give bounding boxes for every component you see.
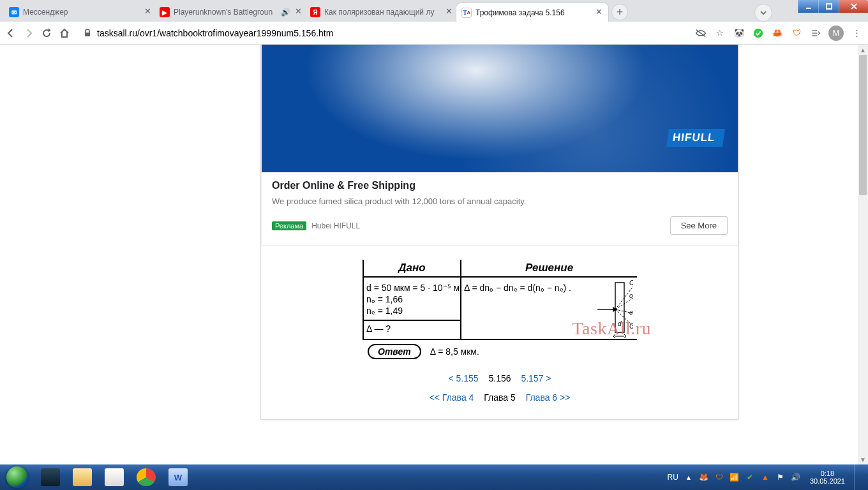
tab-title: Playerunknown's Battlegroun [174, 8, 277, 17]
header-solution: Решение [461, 260, 637, 276]
ad-cta-button[interactable]: See More [670, 216, 728, 235]
vertical-scrollbar[interactable]: ▲ ▼ [858, 45, 868, 464]
tray-up-icon[interactable]: ▴ [684, 472, 694, 482]
youtube-icon: ▶ [160, 7, 170, 17]
browser-tab[interactable]: ▶ Playerunknown's Battlegroun 🔊 ✕ [154, 3, 308, 22]
solution-block: Δ = dnₒ − dnₑ = d(nₒ − nₑ) . O o e O [461, 278, 637, 339]
browser-toolbar: ☆ 🐼 🦀 🛡 M ⋮ [0, 22, 868, 45]
incognito-indicator-icon[interactable] [694, 27, 707, 40]
taskbar-app-steam[interactable] [35, 465, 66, 489]
url-input[interactable] [97, 28, 682, 38]
svg-text:O: O [629, 323, 633, 330]
tray-icon[interactable]: ▲ [760, 472, 770, 482]
taskbar-app-word[interactable]: W [163, 465, 193, 489]
window-maximize-button[interactable] [818, 0, 839, 13]
tray-icon[interactable]: 📶 [730, 472, 740, 482]
language-indicator[interactable]: RU [668, 473, 678, 482]
next-chapter-link[interactable]: Глава 6 >> [526, 392, 571, 403]
header-given: Дано [363, 260, 461, 276]
lock-icon [83, 29, 92, 38]
window-close-button[interactable] [839, 0, 868, 13]
tab-close-button[interactable]: ✕ [143, 8, 152, 17]
scroll-thumb[interactable] [859, 55, 867, 195]
tab-title: Трофимова задача 5.156 [475, 8, 590, 17]
new-tab-button[interactable]: + [611, 4, 628, 20]
browser-tab[interactable]: Я Как поляризован падающий лу ✕ [305, 3, 458, 22]
bookmark-star-icon[interactable]: ☆ [714, 27, 726, 40]
tray-date: 30.05.2021 [810, 477, 845, 485]
next-task-link[interactable]: 5.157 > [521, 373, 551, 383]
tray-icon[interactable]: ✔ [745, 472, 755, 482]
start-button[interactable] [0, 464, 34, 490]
yandex-icon: Я [310, 7, 320, 17]
chapter-pager: << Глава 4 Глава 5 Глава 6 >> [261, 392, 738, 403]
tab-title: Как поляризован падающий лу [324, 8, 440, 17]
browser-tab[interactable]: TA Трофимова задача 5.156 ✕ [456, 3, 609, 22]
svg-text:O: O [629, 279, 633, 286]
svg-point-6 [754, 28, 763, 37]
tray-icon[interactable]: 🦊 [699, 472, 709, 482]
address-bar[interactable] [77, 24, 688, 42]
tab-close-button[interactable]: ✕ [444, 8, 453, 17]
ad-badge: Реклама [272, 221, 306, 230]
extension-icon[interactable] [752, 27, 765, 40]
scroll-up-arrow[interactable]: ▲ [858, 45, 868, 55]
tray-clock[interactable]: 0:18 30.05.2021 [810, 470, 845, 485]
reading-list-icon[interactable] [809, 27, 822, 40]
tray-icon[interactable]: 🛡 [714, 472, 724, 482]
ad-description: We produce fumed silica product with 12,… [272, 197, 728, 206]
prev-task-link[interactable]: < 5.155 [448, 373, 478, 383]
svg-rect-4 [85, 33, 90, 36]
show-desktop-button[interactable] [854, 464, 860, 490]
tray-volume-icon[interactable]: 🔊 [791, 472, 801, 482]
extension-icon[interactable]: 🐼 [733, 27, 745, 40]
tab-title: Мессенджер [23, 8, 139, 17]
profile-avatar[interactable]: M [828, 26, 844, 41]
tab-close-button[interactable]: ✕ [294, 8, 303, 17]
taskbar-app-chrome[interactable] [131, 465, 161, 489]
given-line: d = 50 мкм = 5 · 10⁻⁵ м [366, 283, 456, 293]
svg-rect-1 [827, 4, 832, 9]
content-card: HIFULL Order Online & Free Shipping We p… [260, 45, 739, 420]
svg-text:d: d [618, 320, 622, 327]
ad-block[interactable]: HIFULL Order Online & Free Shipping We p… [261, 45, 738, 246]
forward-button[interactable] [23, 27, 34, 39]
taskbar-app-paint[interactable] [99, 465, 130, 489]
ad-title: Order Online & Free Shipping [272, 180, 728, 191]
messenger-icon: ✉ [9, 7, 19, 17]
page-viewport: HIFULL Order Online & Free Shipping We p… [0, 45, 868, 464]
scroll-down-arrow[interactable]: ▼ [858, 454, 868, 464]
answer-label: Ответ [368, 344, 421, 359]
tab-close-button[interactable]: ✕ [594, 8, 603, 17]
home-button[interactable] [59, 27, 70, 39]
given-line: nₑ = 1,49 [366, 306, 456, 316]
taskbar-app-explorer[interactable] [67, 465, 98, 489]
tray-flag-icon[interactable]: ⚑ [775, 472, 786, 482]
prev-chapter-link[interactable]: << Глава 4 [430, 392, 474, 403]
current-task: 5.156 [488, 373, 511, 383]
reload-button[interactable] [41, 27, 52, 39]
taskbar: W RU ▴ 🦊 🛡 📶 ✔ ▲ ⚑ 🔊 0:18 30.05.2021 [0, 464, 868, 490]
given-line: nₒ = 1,66 [366, 294, 456, 304]
solution-figure: Дано Решение d = 50 мкм = 5 · 10⁻⁵ м nₒ … [363, 260, 637, 360]
current-chapter: Глава 5 [484, 392, 516, 403]
audio-playing-icon[interactable]: 🔊 [281, 8, 290, 17]
extension-icon[interactable]: 🛡 [790, 27, 803, 40]
extension-icon[interactable]: 🦀 [771, 27, 784, 40]
svg-text:o: o [629, 292, 633, 299]
site-favicon: TA [461, 8, 472, 18]
tray-time: 0:18 [810, 470, 845, 477]
ad-brand-logo: HIFULL [666, 129, 725, 147]
ray-diagram: O o e O d [597, 279, 633, 340]
find-line: Δ — ? [366, 323, 456, 334]
chrome-menu-button[interactable]: ⋮ [850, 27, 863, 40]
back-button[interactable] [5, 27, 17, 39]
window-minimize-button[interactable] [798, 0, 818, 13]
answer-value: Δ = 8,5 мкм. [430, 346, 479, 357]
tab-search-button[interactable] [754, 4, 772, 22]
ad-source: Hubei HIFULL [311, 221, 360, 230]
system-tray: RU ▴ 🦊 🛡 📶 ✔ ▲ ⚑ 🔊 0:18 30.05.2021 [664, 464, 864, 490]
browser-tab[interactable]: ✉ Мессенджер ✕ [4, 3, 157, 22]
task-pager: < 5.155 5.156 5.157 > [261, 373, 738, 383]
tab-strip: ✉ Мессенджер ✕ ▶ Playerunknown's Battleg… [0, 0, 868, 22]
